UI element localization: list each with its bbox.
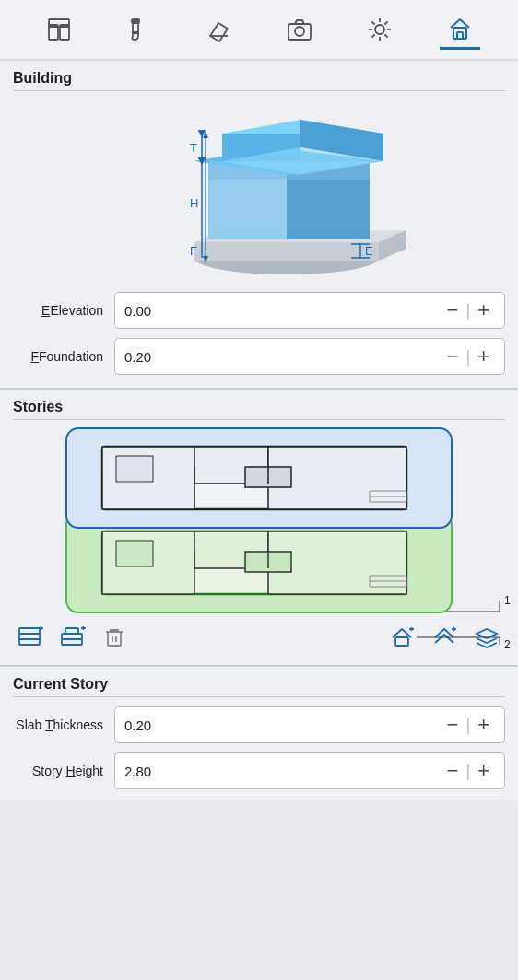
building-diagram: T H F E [13,99,505,283]
svg-point-8 [375,25,384,34]
foundation-row: FFoundation 0.20 − | + [13,338,505,375]
slab-thickness-decrement-button[interactable]: − [441,715,465,735]
svg-rect-66 [19,634,40,639]
svg-text:H: H [190,196,198,210]
story-height-increment-button[interactable]: + [472,761,495,781]
slab-thickness-row: Slab Thickness 0.20 − | + [13,706,505,743]
story-height-value: 2.80 [124,764,441,779]
foundation-decrement-button[interactable]: − [441,346,465,367]
stories-title: Stories [13,399,505,420]
slab-thickness-input-box: 0.20 − | + [114,706,505,743]
eraser-icon[interactable] [199,9,240,50]
svg-rect-39 [116,456,153,482]
delete-story-button[interactable] [98,623,131,658]
building-section: Building T [0,61,518,388]
elevation-increment-button[interactable]: + [472,300,495,321]
paint-brush-icon[interactable] [119,9,159,50]
sun-icon[interactable] [359,9,400,50]
story-height-input-box: 2.80 − | + [114,752,505,789]
stories-section: Stories [0,389,518,613]
svg-text:2: 2 [504,638,511,648]
move-up-button[interactable] [426,623,463,658]
elevation-value: 0.00 [124,303,441,319]
svg-text:T: T [190,141,197,155]
svg-text:E: E [365,244,373,258]
elevation-row: EElevation 0.00 − | + [13,292,505,329]
layer-button[interactable] [468,623,505,658]
add-story-button[interactable] [13,623,50,658]
story-height-label: Story Height [13,764,114,778]
svg-line-14 [384,35,387,38]
svg-rect-52 [116,541,153,566]
svg-line-13 [371,22,374,25]
svg-rect-73 [65,628,78,634]
svg-rect-72 [62,639,82,645]
svg-text:F: F [190,244,197,258]
building-title: Building [13,70,505,91]
slab-thickness-label: Slab Thickness [13,718,114,732]
foundation-label: FFoundation [13,349,114,364]
story-height-decrement-button[interactable]: − [441,761,465,781]
elevation-input-box: 0.00 − | + [114,292,505,329]
elevation-label: EElevation [13,303,114,318]
foundation-input-box: 0.20 − | + [114,338,505,375]
svg-marker-32 [203,132,208,138]
svg-point-7 [295,27,304,36]
elevation-decrement-button[interactable]: − [441,300,465,321]
story-height-row: Story Height 2.80 − | + [13,752,505,789]
svg-rect-82 [395,637,408,646]
current-story-title: Current Story [13,676,505,697]
home-icon[interactable] [440,9,480,50]
svg-rect-67 [19,639,40,645]
structure-icon[interactable] [39,9,79,50]
svg-rect-18 [457,32,463,39]
toolbar [0,0,518,61]
slab-thickness-increment-button[interactable]: + [472,715,495,735]
camera-icon[interactable] [279,9,320,50]
foundation-increment-button[interactable]: + [472,346,495,367]
svg-rect-76 [108,632,121,646]
add-story-alt-button[interactable] [55,623,92,658]
current-story-section: Current Story Slab Thickness 0.20 − | + … [0,666,518,802]
slab-thickness-value: 0.20 [124,718,441,733]
svg-rect-71 [62,634,82,639]
svg-line-16 [371,35,374,38]
story-cards [13,427,505,613]
roof-button[interactable] [383,623,420,658]
svg-rect-68 [19,628,40,634]
foundation-value: 0.20 [124,349,441,365]
svg-line-15 [384,22,387,25]
story-card-top[interactable] [65,427,453,529]
